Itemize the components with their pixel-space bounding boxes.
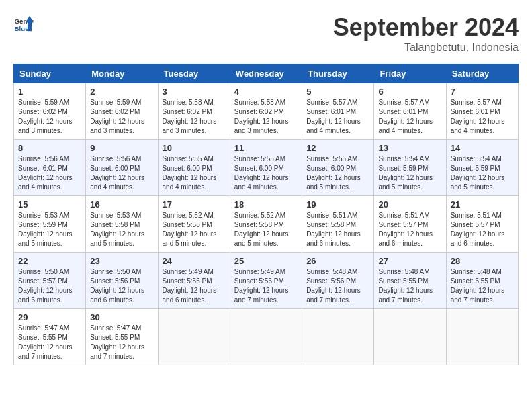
- day-info: Sunrise: 5:52 AM Sunset: 5:58 PM Dayligh…: [234, 211, 298, 248]
- day-number: 17: [163, 199, 226, 210]
- day-number: 29: [18, 312, 81, 322]
- calendar-cell: 17Sunrise: 5:52 AM Sunset: 5:58 PM Dayli…: [158, 196, 230, 253]
- day-number: 25: [234, 256, 298, 266]
- weekday-header-sunday: Sunday: [14, 64, 86, 83]
- calendar-cell: 20Sunrise: 5:51 AM Sunset: 5:57 PM Dayli…: [374, 196, 446, 253]
- calendar-cell: 14Sunrise: 5:54 AM Sunset: 5:59 PM Dayli…: [446, 140, 518, 196]
- calendar-cell: 6Sunrise: 5:57 AM Sunset: 6:01 PM Daylig…: [374, 83, 446, 140]
- weekday-header-saturday: Saturday: [446, 64, 518, 83]
- calendar-cell: 8Sunrise: 5:56 AM Sunset: 6:01 PM Daylig…: [14, 140, 86, 196]
- day-info: Sunrise: 5:53 AM Sunset: 5:58 PM Dayligh…: [90, 211, 153, 248]
- day-number: 12: [306, 143, 369, 153]
- calendar-cell: 27Sunrise: 5:48 AM Sunset: 5:55 PM Dayli…: [374, 253, 446, 309]
- calendar-cell: 7Sunrise: 5:57 AM Sunset: 6:01 PM Daylig…: [446, 83, 518, 140]
- calendar-cell: 11Sunrise: 5:55 AM Sunset: 6:00 PM Dayli…: [230, 140, 302, 196]
- weekday-header-wednesday: Wednesday: [230, 64, 302, 83]
- weekday-header-thursday: Thursday: [302, 64, 374, 83]
- calendar-cell: 13Sunrise: 5:54 AM Sunset: 5:59 PM Dayli…: [374, 140, 446, 196]
- day-info: Sunrise: 5:50 AM Sunset: 5:57 PM Dayligh…: [18, 267, 81, 305]
- day-number: 7: [451, 87, 514, 97]
- calendar-cell: 28Sunrise: 5:48 AM Sunset: 5:55 PM Dayli…: [446, 253, 518, 309]
- day-info: Sunrise: 5:59 AM Sunset: 6:02 PM Dayligh…: [18, 98, 81, 136]
- location: Talangbetutu, Indonesia: [333, 42, 519, 54]
- day-number: 15: [18, 199, 81, 210]
- calendar-cell: 24Sunrise: 5:49 AM Sunset: 5:56 PM Dayli…: [158, 253, 230, 309]
- day-number: 21: [451, 199, 514, 210]
- day-info: Sunrise: 5:58 AM Sunset: 6:02 PM Dayligh…: [234, 98, 298, 136]
- day-number: 6: [378, 87, 441, 97]
- calendar-cell: [302, 309, 374, 365]
- day-number: 3: [163, 87, 226, 97]
- day-number: 5: [306, 87, 369, 97]
- calendar-cell: 4Sunrise: 5:58 AM Sunset: 6:02 PM Daylig…: [230, 83, 302, 140]
- day-info: Sunrise: 5:54 AM Sunset: 5:59 PM Dayligh…: [451, 154, 514, 192]
- day-number: 19: [306, 199, 369, 210]
- day-info: Sunrise: 5:49 AM Sunset: 5:56 PM Dayligh…: [163, 267, 226, 305]
- day-number: 27: [378, 256, 441, 266]
- day-number: 10: [163, 143, 226, 153]
- day-info: Sunrise: 5:47 AM Sunset: 5:55 PM Dayligh…: [90, 324, 153, 361]
- calendar-cell: 10Sunrise: 5:55 AM Sunset: 6:00 PM Dayli…: [158, 140, 230, 196]
- day-info: Sunrise: 5:48 AM Sunset: 5:55 PM Dayligh…: [451, 267, 514, 305]
- day-number: 26: [306, 256, 369, 266]
- day-info: Sunrise: 5:52 AM Sunset: 5:58 PM Dayligh…: [163, 211, 226, 248]
- day-info: Sunrise: 5:56 AM Sunset: 6:00 PM Dayligh…: [90, 154, 153, 192]
- calendar-header-row: SundayMondayTuesdayWednesdayThursdayFrid…: [14, 64, 519, 83]
- day-info: Sunrise: 5:48 AM Sunset: 5:56 PM Dayligh…: [306, 267, 369, 305]
- day-number: 2: [90, 87, 153, 97]
- calendar-cell: 30Sunrise: 5:47 AM Sunset: 5:55 PM Dayli…: [86, 309, 158, 365]
- calendar-cell: 19Sunrise: 5:51 AM Sunset: 5:58 PM Dayli…: [302, 196, 374, 253]
- logo: General Blue: [13, 13, 34, 34]
- weekday-header-friday: Friday: [374, 64, 446, 83]
- day-number: 9: [90, 143, 153, 153]
- calendar-cell: 1Sunrise: 5:59 AM Sunset: 6:02 PM Daylig…: [14, 83, 86, 140]
- calendar-table: SundayMondayTuesdayWednesdayThursdayFrid…: [13, 64, 519, 365]
- calendar-cell: 2Sunrise: 5:59 AM Sunset: 6:02 PM Daylig…: [86, 83, 158, 140]
- day-number: 20: [378, 199, 441, 210]
- day-number: 28: [451, 256, 514, 266]
- title-block: September 2024 Talangbetutu, Indonesia: [333, 13, 519, 54]
- day-info: Sunrise: 5:50 AM Sunset: 5:56 PM Dayligh…: [90, 267, 153, 305]
- logo-icon: General Blue: [13, 13, 34, 34]
- calendar-cell: [158, 309, 230, 365]
- calendar-week-1: 1Sunrise: 5:59 AM Sunset: 6:02 PM Daylig…: [14, 83, 519, 140]
- calendar-cell: 15Sunrise: 5:53 AM Sunset: 5:59 PM Dayli…: [14, 196, 86, 253]
- day-number: 24: [163, 256, 226, 266]
- day-info: Sunrise: 5:55 AM Sunset: 6:00 PM Dayligh…: [234, 154, 298, 192]
- day-info: Sunrise: 5:55 AM Sunset: 6:00 PM Dayligh…: [306, 154, 369, 192]
- calendar-cell: 25Sunrise: 5:49 AM Sunset: 5:56 PM Dayli…: [230, 253, 302, 309]
- weekday-header-monday: Monday: [86, 64, 158, 83]
- calendar-week-2: 8Sunrise: 5:56 AM Sunset: 6:01 PM Daylig…: [14, 140, 519, 196]
- calendar-cell: [230, 309, 302, 365]
- day-info: Sunrise: 5:57 AM Sunset: 6:01 PM Dayligh…: [451, 98, 514, 136]
- day-number: 22: [18, 256, 81, 266]
- day-number: 30: [90, 312, 153, 322]
- day-number: 23: [90, 256, 153, 266]
- calendar-cell: 22Sunrise: 5:50 AM Sunset: 5:57 PM Dayli…: [14, 253, 86, 309]
- day-info: Sunrise: 5:48 AM Sunset: 5:55 PM Dayligh…: [378, 267, 441, 305]
- day-info: Sunrise: 5:54 AM Sunset: 5:59 PM Dayligh…: [378, 154, 441, 192]
- day-info: Sunrise: 5:51 AM Sunset: 5:58 PM Dayligh…: [306, 211, 369, 248]
- day-info: Sunrise: 5:59 AM Sunset: 6:02 PM Dayligh…: [90, 98, 153, 136]
- day-info: Sunrise: 5:47 AM Sunset: 5:55 PM Dayligh…: [18, 324, 81, 361]
- day-number: 11: [234, 143, 298, 153]
- calendar-cell: 18Sunrise: 5:52 AM Sunset: 5:58 PM Dayli…: [230, 196, 302, 253]
- calendar-cell: 29Sunrise: 5:47 AM Sunset: 5:55 PM Dayli…: [14, 309, 86, 365]
- svg-text:Blue: Blue: [15, 25, 30, 32]
- calendar-cell: 23Sunrise: 5:50 AM Sunset: 5:56 PM Dayli…: [86, 253, 158, 309]
- calendar-cell: 5Sunrise: 5:57 AM Sunset: 6:01 PM Daylig…: [302, 83, 374, 140]
- day-number: 1: [18, 87, 81, 97]
- weekday-header-tuesday: Tuesday: [158, 64, 230, 83]
- day-number: 4: [234, 87, 298, 97]
- calendar-week-4: 22Sunrise: 5:50 AM Sunset: 5:57 PM Dayli…: [14, 253, 519, 309]
- day-info: Sunrise: 5:55 AM Sunset: 6:00 PM Dayligh…: [163, 154, 226, 192]
- calendar-cell: [446, 309, 518, 365]
- day-info: Sunrise: 5:51 AM Sunset: 5:57 PM Dayligh…: [451, 211, 514, 248]
- day-info: Sunrise: 5:57 AM Sunset: 6:01 PM Dayligh…: [378, 98, 441, 136]
- calendar-cell: 26Sunrise: 5:48 AM Sunset: 5:56 PM Dayli…: [302, 253, 374, 309]
- day-number: 13: [378, 143, 441, 153]
- day-info: Sunrise: 5:58 AM Sunset: 6:02 PM Dayligh…: [163, 98, 226, 136]
- day-number: 18: [234, 199, 298, 210]
- calendar-cell: [374, 309, 446, 365]
- page-header: General Blue September 2024 Talangbetutu…: [13, 13, 519, 54]
